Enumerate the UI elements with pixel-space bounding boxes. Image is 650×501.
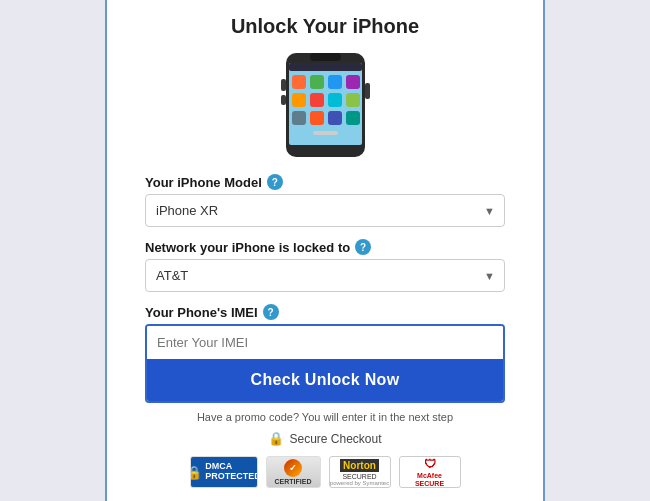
main-container: Unlock Your iPhone <box>105 0 545 501</box>
model-label: Your iPhone Model ? <box>145 174 505 190</box>
imei-label: Your Phone's IMEI ? <box>145 304 505 320</box>
svg-rect-18 <box>281 79 286 91</box>
mcafee-shield-icon: 🛡 <box>424 457 436 471</box>
imei-help-icon[interactable]: ? <box>263 304 279 320</box>
norton-logo: Norton <box>340 459 379 472</box>
dmca-sublabel: PROTECTED <box>205 472 257 482</box>
truste-label: CERTIFIED <box>275 478 312 485</box>
truste-circle: ✓ <box>284 459 302 477</box>
svg-rect-19 <box>281 95 286 105</box>
trust-badges: 🔒 DMCA PROTECTED ✓ CERTIFIED Norton SECU… <box>145 456 505 488</box>
mcafee-badge: 🛡 McAfee SECURE <box>399 456 461 488</box>
svg-rect-12 <box>292 111 306 125</box>
svg-rect-15 <box>346 111 360 125</box>
norton-sub: SECURED <box>342 473 376 480</box>
svg-rect-7 <box>346 75 360 89</box>
svg-rect-13 <box>310 111 324 125</box>
model-select-wrapper: iPhone XR iPhone X iPhone 11 iPhone 12 i… <box>145 194 505 227</box>
secure-checkout: 🔒 Secure Checkout <box>145 431 505 446</box>
mcafee-label: McAfee <box>417 472 442 479</box>
phone-image <box>275 50 375 160</box>
svg-rect-4 <box>292 75 306 89</box>
lock-icon: 🔒 <box>268 431 284 446</box>
imei-box: Check Unlock Now <box>145 324 505 403</box>
svg-rect-17 <box>310 53 341 61</box>
secure-text: Secure Checkout <box>289 432 381 446</box>
svg-rect-20 <box>365 83 370 99</box>
page-title: Unlock Your iPhone <box>231 15 419 38</box>
network-select-wrapper: AT&T Verizon T-Mobile Sprint ▼ <box>145 259 505 292</box>
norton-by: powered by Symantec <box>330 480 389 486</box>
model-help-icon[interactable]: ? <box>267 174 283 190</box>
svg-rect-8 <box>292 93 306 107</box>
check-unlock-button[interactable]: Check Unlock Now <box>147 359 503 401</box>
imei-input[interactable] <box>147 326 503 359</box>
network-select[interactable]: AT&T Verizon T-Mobile Sprint <box>145 259 505 292</box>
model-select[interactable]: iPhone XR iPhone X iPhone 11 iPhone 12 i… <box>145 194 505 227</box>
svg-rect-11 <box>346 93 360 107</box>
mcafee-sub: SECURE <box>415 480 444 487</box>
form-section: Your iPhone Model ? iPhone XR iPhone X i… <box>145 174 505 488</box>
dmca-badge: 🔒 DMCA PROTECTED <box>190 456 258 488</box>
svg-rect-10 <box>328 93 342 107</box>
promo-text: Have a promo code? You will enter it in … <box>145 411 505 423</box>
network-help-icon[interactable]: ? <box>355 239 371 255</box>
svg-rect-5 <box>310 75 324 89</box>
dmca-lock-icon: 🔒 <box>190 465 203 480</box>
svg-rect-3 <box>289 63 362 71</box>
svg-rect-14 <box>328 111 342 125</box>
svg-rect-9 <box>310 93 324 107</box>
svg-rect-16 <box>313 131 338 135</box>
norton-badge: Norton SECURED powered by Symantec <box>329 456 391 488</box>
truste-badge: ✓ CERTIFIED <box>266 456 321 488</box>
network-label: Network your iPhone is locked to ? <box>145 239 505 255</box>
svg-rect-6 <box>328 75 342 89</box>
